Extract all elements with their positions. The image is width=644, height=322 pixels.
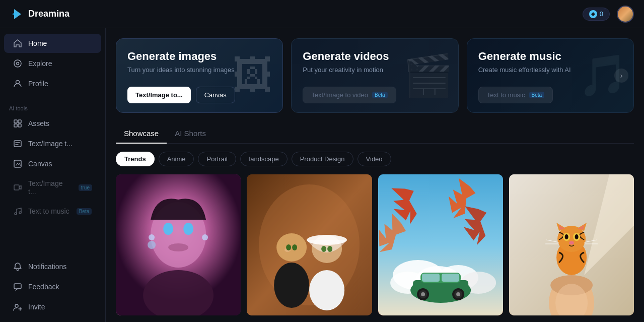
canvas-btn[interactable]: Canvas [196,87,235,103]
svg-point-39 [292,244,297,250]
hero-cards: Generate images Turn your ideas into stu… [116,38,634,113]
text-image-video-btn[interactable]: Text/Image to video Beta [303,87,396,103]
next-arrow[interactable]: › [614,69,628,83]
credit-icon: ◈ [589,10,597,18]
svg-rect-6 [18,120,21,123]
pill-video[interactable]: Video [357,152,391,166]
svg-point-41 [327,246,332,252]
text-image-video-btn-label: Text/Image to video [311,91,368,99]
sidebar-label-feedback: Feedback [28,283,59,291]
avatar[interactable] [617,6,634,23]
sidebar: Home Explore Profile AI tools [0,28,106,322]
svg-point-33 [309,270,344,310]
svg-point-58 [456,292,460,296]
sidebar-tools-label: AI tools [0,102,105,113]
hero-images-buttons: Text/Image to... Canvas [127,87,271,103]
main-content: Generate images Turn your ideas into stu… [106,28,644,322]
hero-music-subtitle: Create music effortlessly with AI [478,66,622,74]
pill-trends[interactable]: Trends [116,152,155,166]
image-tiger[interactable] [509,174,634,315]
svg-rect-14 [14,284,21,289]
pill-landscape[interactable]: landscape [240,152,287,166]
layout: Home Explore Profile AI tools [0,28,644,322]
hero-music-title: Generate music [478,50,622,63]
svg-rect-7 [14,124,17,127]
home-icon [13,39,22,48]
bell-icon [13,262,22,271]
sidebar-item-text-music[interactable]: Text to music Beta [4,202,101,221]
svg-rect-51 [422,274,440,282]
svg-point-15 [15,304,18,307]
tab-showcase[interactable]: Showcase [116,125,167,144]
image-autumn[interactable] [378,174,503,315]
image-robot[interactable] [116,174,241,315]
topnav-right: ◈ 0 [583,6,634,23]
sidebar-label-canvas: Canvas [28,160,52,168]
svg-point-27 [274,263,309,308]
svg-point-31 [294,235,302,245]
svg-point-30 [281,235,290,245]
filter-pills: Trends Anime Portrait landscape Product … [116,152,634,166]
sidebar-item-feedback[interactable]: Feedback [4,277,101,296]
svg-point-67 [564,234,568,239]
sidebar-label-explore: Explore [28,59,52,68]
svg-point-38 [286,244,291,250]
credit-badge[interactable]: ◈ 0 [583,8,610,21]
svg-rect-10 [14,160,21,167]
svg-rect-5 [14,120,17,123]
hero-images-subtitle: Turn your ideas into stunning images [127,66,271,74]
svg-point-22 [148,241,156,249]
svg-point-23 [202,234,208,240]
hero-card-music: Generate music Create music effortlessly… [467,38,634,113]
svg-point-3 [17,62,19,65]
svg-point-21 [149,234,155,240]
sidebar-item-text-image-video[interactable]: Text/Image t... true [4,174,101,201]
hero-videos-subtitle: Put your creativity in motion [303,66,447,74]
sidebar-item-home[interactable]: Home [4,34,101,53]
sidebar-item-assets[interactable]: Assets [4,114,101,133]
text-image-video-beta-badge: true [79,184,92,191]
svg-point-19 [183,223,193,235]
svg-rect-11 [14,185,19,190]
sidebar-label-text-music: Text to music [28,207,69,215]
pill-anime[interactable]: Anime [159,152,194,166]
sidebar-item-notifications[interactable]: Notifications [4,257,101,276]
sidebar-label-profile: Profile [28,80,48,88]
svg-point-18 [163,223,173,235]
text-image-btn[interactable]: Text/Image to... [127,87,191,103]
pill-product-design[interactable]: Product Design [292,152,353,166]
svg-point-40 [321,246,326,252]
profile-icon [13,79,22,88]
image-cats[interactable] [247,174,372,315]
svg-point-29 [276,233,307,262]
sidebar-item-text-image[interactable]: Text/Image t... [4,134,101,153]
logo[interactable]: Dreamina [10,7,69,21]
svg-point-68 [575,234,578,239]
sidebar-item-explore[interactable]: Explore [4,54,101,73]
text-to-music-btn[interactable]: Text to music Beta [478,87,553,103]
svg-rect-8 [18,124,21,127]
feedback-icon [13,282,22,291]
svg-point-12 [15,213,17,215]
text-music-beta-badge: Beta [77,208,92,215]
svg-point-13 [19,212,21,214]
sidebar-label-assets: Assets [28,119,49,127]
svg-point-26 [259,184,360,305]
tab-ai-shorts[interactable]: AI Shorts [167,125,214,144]
video-beta-badge: Beta [372,92,388,98]
sidebar-divider-1 [8,98,97,98]
sidebar-item-canvas[interactable]: Canvas [4,154,101,173]
sidebar-item-profile[interactable]: Profile [4,74,101,93]
invite-icon [13,302,22,311]
canvas-icon [13,159,22,168]
sidebar-label-home: Home [28,39,47,47]
sidebar-label-text-image-video: Text/Image t... [28,179,71,196]
sidebar-item-invite[interactable]: Invite [4,297,101,316]
text-to-music-btn-label: Text to music [487,91,525,99]
pill-portrait[interactable]: Portrait [198,152,236,166]
sidebar-spacer [0,221,105,256]
explore-icon [13,59,22,68]
svg-point-69 [569,241,574,245]
topnav: Dreamina ◈ 0 [0,0,644,28]
text-image-icon [13,139,22,148]
